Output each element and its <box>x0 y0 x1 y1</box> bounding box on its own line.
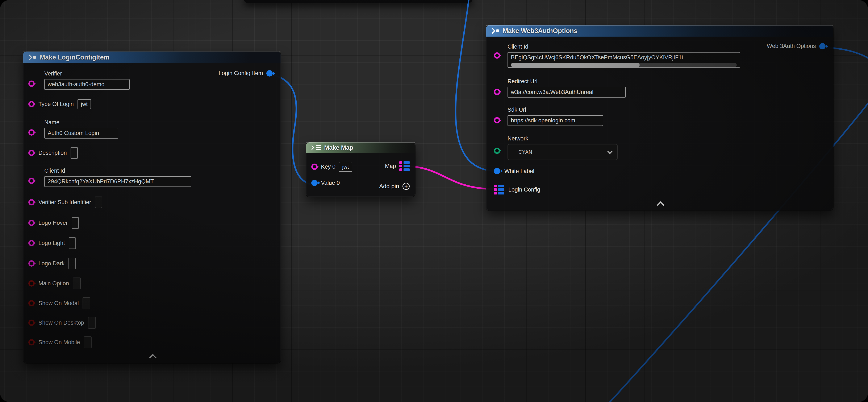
pin-label-show-on-modal: Show On Modal <box>38 300 79 307</box>
add-pin-label: Add pin <box>379 183 399 190</box>
client-id-scrollbar-track[interactable] <box>511 63 737 67</box>
logo-hover-input[interactable] <box>72 217 79 229</box>
screenshot-frame: Make LoginConfigItem Login Config Item V… <box>0 0 868 402</box>
pin-type-of-login[interactable] <box>28 101 35 107</box>
value-0-row: Value 0 <box>311 177 340 189</box>
key-0-input[interactable]: jwt <box>339 162 352 172</box>
show-on-mobile-checkbox[interactable] <box>84 336 92 348</box>
output-row-login-config-item: Login Config Item <box>218 70 273 77</box>
pin-label-login-config: Login Config <box>508 186 540 193</box>
pin-label-verifier-sub-identifier: Verifier Sub Identifier <box>38 199 91 206</box>
name-input[interactable]: Auth0 Custom Login <box>44 128 118 139</box>
white-label-row: White Label <box>494 165 534 177</box>
pin-key-0[interactable] <box>311 164 318 170</box>
pin-show-on-modal[interactable] <box>28 300 35 306</box>
plus-circle-icon: + <box>402 183 410 190</box>
pin-network[interactable] <box>494 148 500 154</box>
node-make-map[interactable]: Make Map Key 0 jwt Value 0 Map Add pin + <box>306 142 415 197</box>
pin-logo-hover[interactable] <box>28 220 35 226</box>
pin-redirect-url[interactable] <box>494 89 500 95</box>
make-struct-icon <box>27 55 36 59</box>
client-id-group: Client Id BEglQSgt4cUWcj6SKRdu5QkOXTsePm… <box>507 44 740 68</box>
node-make-web3authoptions[interactable]: Make Web3AuthOptions Web 3Auth Options C… <box>486 25 833 210</box>
description-input[interactable] <box>70 147 78 159</box>
blueprint-graph-canvas[interactable]: Make LoginConfigItem Login Config Item V… <box>0 0 868 402</box>
collapse-node-button[interactable] <box>145 352 160 360</box>
pin-client-id[interactable] <box>494 52 500 59</box>
logo-hover-row: Logo Hover <box>28 217 79 229</box>
output-label: Web 3Auth Options <box>767 43 816 50</box>
output-label-map: Map <box>385 163 396 169</box>
node-title: Make Map <box>324 144 353 151</box>
verifier-group: Verifier web3auth-auth0-demo <box>44 70 130 90</box>
pin-name[interactable] <box>28 129 35 136</box>
map-output-row: Map <box>385 161 410 171</box>
client-id-input[interactable]: BEglQSgt4cUWcj6SKRdu5QkOXTsePmMcusG5EAoy… <box>507 52 740 68</box>
pin-label-description: Description <box>38 150 67 156</box>
make-struct-icon <box>490 29 499 33</box>
pin-label-network: Network <box>507 135 618 142</box>
pin-verifier[interactable] <box>28 81 35 87</box>
node-header-make-map[interactable]: Make Map <box>306 142 415 153</box>
show-on-desktop-checkbox[interactable] <box>88 317 96 328</box>
pin-login-config[interactable] <box>494 185 504 195</box>
pin-client-id[interactable] <box>28 178 35 184</box>
client-id-scrollbar-thumb[interactable] <box>511 63 640 67</box>
type-of-login-input[interactable]: jwt <box>78 99 91 109</box>
add-pin-button[interactable]: Add pin + <box>379 183 410 190</box>
verifier-input[interactable]: web3auth-auth0-demo <box>44 79 130 90</box>
pin-show-on-mobile[interactable] <box>28 339 35 345</box>
make-map-icon <box>310 145 321 150</box>
pin-description[interactable] <box>28 150 35 156</box>
logo-dark-input[interactable] <box>68 258 75 269</box>
pin-show-on-desktop[interactable] <box>28 320 35 326</box>
pin-label-main-option: Main Option <box>38 280 69 287</box>
show-on-modal-checkbox[interactable] <box>83 297 90 309</box>
main-option-checkbox[interactable] <box>73 278 81 289</box>
name-group: Name Auth0 Custom Login <box>44 119 118 139</box>
pin-logo-light[interactable] <box>28 240 35 246</box>
node-header-make-web3authoptions[interactable]: Make Web3AuthOptions <box>486 25 833 36</box>
verifier-sub-identifier-input[interactable] <box>95 197 102 208</box>
pin-verifier-sub-identifier[interactable] <box>28 199 35 205</box>
node-header-make-loginconfigitem[interactable]: Make LoginConfigItem <box>23 52 281 63</box>
logo-light-row: Logo Light <box>28 237 76 249</box>
pin-sdk-url[interactable] <box>494 117 500 123</box>
pin-label-logo-hover: Logo Hover <box>38 220 68 226</box>
pin-label-redirect-url: Redirect Url <box>507 78 626 85</box>
redirect-url-input[interactable]: w3a://com.w3a.Web3AuthUnreal <box>507 87 626 97</box>
pin-white-label[interactable] <box>494 168 500 174</box>
client-id-group: Client Id 294QRkchfq2YaXUbPri7D6PH7xzHgQ… <box>44 168 191 187</box>
pin-label-verifier: Verifier <box>44 70 130 77</box>
type-of-login-row: Type Of Login jwt <box>28 98 91 110</box>
map-output-pin[interactable] <box>399 161 410 171</box>
pin-label-type-of-login: Type Of Login <box>38 101 74 108</box>
node-make-loginconfigitem[interactable]: Make LoginConfigItem Login Config Item V… <box>23 52 281 363</box>
logo-light-input[interactable] <box>69 237 76 249</box>
key-0-row: Key 0 jwt <box>311 161 352 173</box>
network-selected-value: CYAN <box>519 149 532 155</box>
output-pin-web3auth-options[interactable] <box>819 43 826 50</box>
pin-main-option[interactable] <box>28 280 35 287</box>
collapse-node-button[interactable] <box>653 200 668 207</box>
show-on-modal-row: Show On Modal <box>28 297 90 309</box>
output-pin-login-config-item[interactable] <box>267 70 273 77</box>
description-row: Description <box>28 147 78 159</box>
client-id-input[interactable]: 294QRkchfq2YaXUbPri7D6PH7xzHgQMT <box>44 176 191 187</box>
pin-label-white-label: White Label <box>504 168 534 174</box>
network-dropdown[interactable]: CYAN <box>507 144 618 160</box>
chevron-up-icon <box>149 354 156 361</box>
node-title: Make LoginConfigItem <box>40 54 110 61</box>
wire-map-to-loginconfig[interactable] <box>411 166 494 189</box>
chevron-up-icon <box>657 201 664 208</box>
pin-label-key-0: Key 0 <box>321 164 336 170</box>
pin-logo-dark[interactable] <box>28 260 35 267</box>
pin-value-0[interactable] <box>311 180 318 186</box>
node-title: Make Web3AuthOptions <box>503 27 578 35</box>
pin-label-client-id: Client Id <box>507 44 740 50</box>
pin-label-show-on-desktop: Show On Desktop <box>38 320 84 326</box>
sdk-url-input[interactable]: https://sdk.openlogin.com <box>507 115 603 126</box>
pin-label-value-0: Value 0 <box>321 180 340 186</box>
pin-label-logo-light: Logo Light <box>38 240 65 247</box>
show-on-desktop-row: Show On Desktop <box>28 317 96 328</box>
